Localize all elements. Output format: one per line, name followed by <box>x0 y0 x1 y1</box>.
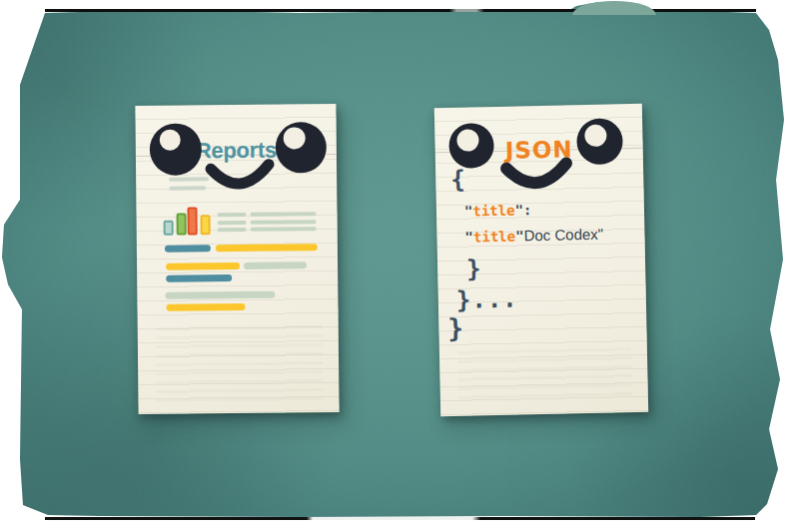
open-brace: { <box>450 166 465 194</box>
json-key: title <box>473 229 515 246</box>
eye-highlight-icon <box>160 130 181 151</box>
eye-highlight-icon <box>284 127 306 149</box>
text-pill <box>244 262 307 269</box>
code-line-open-brace: { <box>450 166 465 194</box>
code-line-close-brace-dots: }... <box>456 285 518 314</box>
text-pill <box>165 245 211 252</box>
text-pill <box>165 291 275 299</box>
texture-noise <box>0 0 799 532</box>
close-brace-dots: }... <box>456 285 518 314</box>
code-line-title-value: "title"Doc Codex" <box>464 225 603 247</box>
json-document: JSON { "title": "title"Doc Codex" } }...… <box>434 104 648 416</box>
json-code-block: { "title": "title"Doc Codex" } }... } <box>434 104 648 416</box>
code-line-title-key: "title": <box>464 200 532 220</box>
quote-mark: " <box>515 228 524 244</box>
json-value: Doc Codex" <box>523 226 603 245</box>
board-bottom-edge-line <box>45 517 755 520</box>
close-brace: } <box>447 313 463 343</box>
quote-colon: ": <box>514 202 531 218</box>
close-brace: } <box>466 255 481 282</box>
smile-icon <box>204 157 276 198</box>
code-line-close-brace: } <box>447 313 463 343</box>
left-eye-icon <box>150 123 203 176</box>
illustration-canvas: Reports JSON { "title": "title" <box>0 0 799 532</box>
text-pill <box>166 274 232 282</box>
text-pill <box>166 263 240 270</box>
code-line-close-brace: } <box>466 255 481 282</box>
text-pill <box>166 303 245 311</box>
reports-document: Reports <box>135 104 339 414</box>
teal-board <box>0 0 799 532</box>
right-eye-icon <box>276 122 328 174</box>
board-top-bump <box>572 1 656 15</box>
json-key: title <box>472 203 514 220</box>
text-pill <box>216 244 318 252</box>
